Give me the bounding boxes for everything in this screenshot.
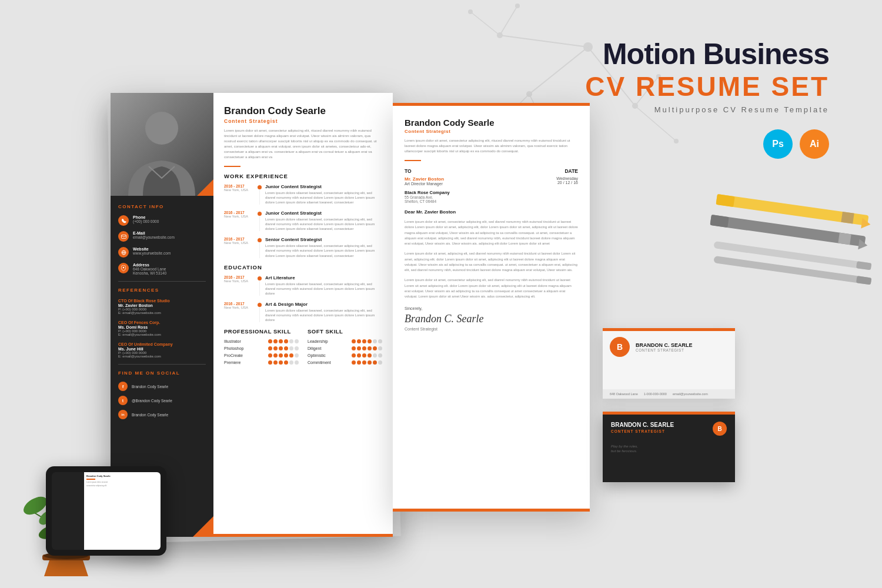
- bc1-phone: 1-000-000-0000: [644, 392, 667, 396]
- svg-point-33: [145, 112, 178, 145]
- contact-address-details: Address 648 Oakwood Lane Kenosha, WI 531…: [133, 263, 166, 275]
- cl-recipient-job: Art Director Manager: [405, 182, 450, 186]
- skill-diligent: Diligent: [308, 346, 382, 350]
- bc2-inner: B BRANDON C. SEARLE CONTENT STRATEGIST P…: [603, 415, 735, 461]
- bc2-circle-initial: B: [713, 422, 727, 436]
- ref-item-1: CTO Of Black Rose Studio Mr. Zavier Bost…: [118, 299, 206, 315]
- work-1-role: Junior Content Strategist: [265, 184, 382, 189]
- title-area: Motion Business CV RESUME SET Multipurpo…: [585, 38, 829, 114]
- svg-point-14: [515, 4, 520, 8]
- edu-item-2: 2016 - 2017 New York, USA Art & Design M…: [224, 302, 382, 322]
- work-3-dot: [258, 238, 262, 242]
- skill-commitment-dots: [352, 360, 382, 365]
- edu-1-date: 2016 - 2017: [224, 275, 255, 279]
- ref-1-company: CTO Of Black Rose Studio: [118, 299, 206, 303]
- contact-section-title: CONTACT INFO: [118, 204, 206, 209]
- cl-name: Brandon Cody Searle: [405, 118, 578, 128]
- bc1-email: email@yourwebsite.com: [673, 392, 708, 396]
- education-heading: EDUCATION: [224, 264, 382, 270]
- skill-leadership: Leadership: [308, 339, 382, 343]
- cl-content: Brandon Cody Searle Content Strategist L…: [393, 106, 590, 340]
- photoshop-icon: Ps: [763, 129, 793, 159]
- skill-illustrator-name: Illustrator: [224, 339, 256, 343]
- bc1-footer-bar: 648 Oakwood Lane 1-000-000-0000 email@yo…: [603, 389, 735, 399]
- pencils-svg: [700, 182, 882, 300]
- skill-photoshop-name: Photoshop: [224, 346, 256, 350]
- edu-1-content: Art Literature Lorem ipsum dolore silaen…: [259, 275, 382, 296]
- skill-photoshop-dots: [268, 346, 299, 350]
- svg-line-3: [500, 35, 588, 47]
- work-item-2: 2016 - 2017 New York, USA Junior Content…: [224, 211, 382, 231]
- soft-skills-heading: SOFT SKILL: [308, 328, 382, 335]
- facebook-icon: f: [118, 382, 128, 391]
- work-1-content: Junior Content Strategist Lorem ipsum do…: [259, 184, 382, 205]
- tablet-sidebar-mini: [52, 472, 84, 550]
- tablet-main-mini: Brandon Cody Searle Lorem ipsum dolor si…: [84, 472, 161, 550]
- ref-item-2: CEO Of Fences Corp. Ms. Domi Ross P: (+0…: [118, 320, 206, 336]
- cl-date-value: 20 / 12 / 16: [556, 181, 578, 185]
- address-line2: Kenosha, WI 53140: [133, 271, 166, 275]
- work-1-date-col: 2016 - 2017 New York, USA: [224, 184, 255, 205]
- business-card-white: B BRANDON C. SEARLE CONTENT STRATEGIST 6…: [603, 328, 735, 399]
- work-3-content: Senior Content Strategist Lorem ipsum do…: [259, 237, 382, 258]
- contact-email-details: E-Mail email@yourwebsite.com: [133, 231, 175, 239]
- ref-2-email: E: email@yourwebsite.com: [118, 333, 206, 336]
- app-icons-container: Ps Ai: [763, 129, 829, 159]
- work-1-desc: Lorem ipsum dolore silaenet loeaneel, co…: [265, 191, 382, 205]
- sidebar-bottom-accent: [193, 516, 213, 537]
- work-3-location: New York, USA: [224, 241, 255, 245]
- photo-corner-accent: [197, 179, 213, 196]
- svg-rect-34: [121, 235, 126, 238]
- edu-1-location: New York, USA: [224, 279, 255, 283]
- ref-2-company: CEO Of Fences Corp.: [118, 320, 206, 325]
- twitter-icon: t: [118, 396, 128, 405]
- resume-bottom-bar: [213, 534, 393, 537]
- website-icon: [118, 247, 129, 258]
- cl-sincerely-text: Sincerely,: [405, 306, 578, 310]
- svg-line-12: [500, 6, 517, 35]
- edu-item-1: 2016 - 2017 New York, USA Art Literature…: [224, 275, 382, 296]
- linkedin-icon: in: [118, 410, 128, 419]
- title-line1: Motion Business: [585, 38, 829, 71]
- title-line2: CV RESUME SET: [585, 71, 829, 102]
- cl-subtitle: Content Strategist: [405, 129, 578, 134]
- edu-2-content: Art & Design Major Lorem ipsum dolore si…: [259, 302, 382, 322]
- cl-body-1: Lorem ipsum dolor sit amet, consectetur …: [405, 219, 578, 246]
- twitter-name: @Brandon Cody Searle: [132, 399, 172, 403]
- work-2-desc: Lorem ipsum dolore silaenet loeaneel, co…: [265, 217, 382, 231]
- skill-optimistic-name: Optimistic: [308, 353, 340, 358]
- professional-skills-col: PROFESSIONAL SKILL Illustrator Photoshop: [224, 328, 299, 368]
- work-1-location: New York, USA: [224, 188, 255, 192]
- ref-1-email: E: email@yourwebsite.com: [118, 311, 206, 315]
- photo-area: [111, 93, 213, 196]
- svg-line-11: [470, 12, 500, 35]
- resume-bio-text: Lorem ipsum dolor sit amet, consectetur …: [224, 128, 382, 160]
- svg-point-13: [468, 9, 473, 14]
- resume-name: Brandon Cody Searle: [224, 106, 382, 117]
- phone-label: Phone: [133, 215, 159, 219]
- work-2-date: 2016 - 2017: [224, 211, 255, 215]
- cl-bio: Lorem ipsum dolor sit amet, consectetur …: [405, 138, 578, 154]
- svg-rect-30: [856, 276, 871, 285]
- skills-row: PROFESSIONAL SKILL Illustrator Photoshop: [224, 328, 382, 368]
- svg-rect-22: [841, 212, 854, 224]
- edu-2-date: 2016 - 2017: [224, 302, 255, 306]
- bc1-address: 648 Oakwood Lane: [610, 392, 638, 396]
- skill-illustrator-dots: [268, 339, 299, 343]
- phone-value: (+00) 000 0000: [133, 219, 159, 223]
- bc2-title: CONTENT STRATEGIST: [611, 429, 727, 433]
- address-label: Address: [133, 263, 166, 267]
- skill-optimistic-dots: [352, 353, 382, 358]
- cl-body-2: Lorem ipsum dolor sit amet, adipiscing e…: [405, 251, 578, 273]
- sidebar-divider-2: [118, 364, 206, 365]
- contact-website-item: Website www.yourwebsite.com: [118, 247, 206, 258]
- bc1-text: BRANDON C. SEARLE CONTENT STRATEGIST: [636, 342, 693, 352]
- edu-1-desc: Lorem ipsum dolore silaenet loeaneel, co…: [265, 282, 382, 296]
- skill-procreate: ProCreate: [224, 353, 299, 358]
- cl-body-3: Lorem ipsum dolor sit amet, consectetur …: [405, 278, 578, 299]
- resume-main-content: Brandon Cody Searle Content Strategist L…: [213, 93, 393, 537]
- ref-item-3: CEO Of Unlimited Company Ms. June Hill P…: [118, 342, 206, 358]
- work-1-date: 2016 - 2017: [224, 184, 255, 188]
- edu-1-date-col: 2016 - 2017 New York, USA: [224, 275, 255, 296]
- bc1-inner: B BRANDON C. SEARLE CONTENT STRATEGIST: [603, 331, 735, 363]
